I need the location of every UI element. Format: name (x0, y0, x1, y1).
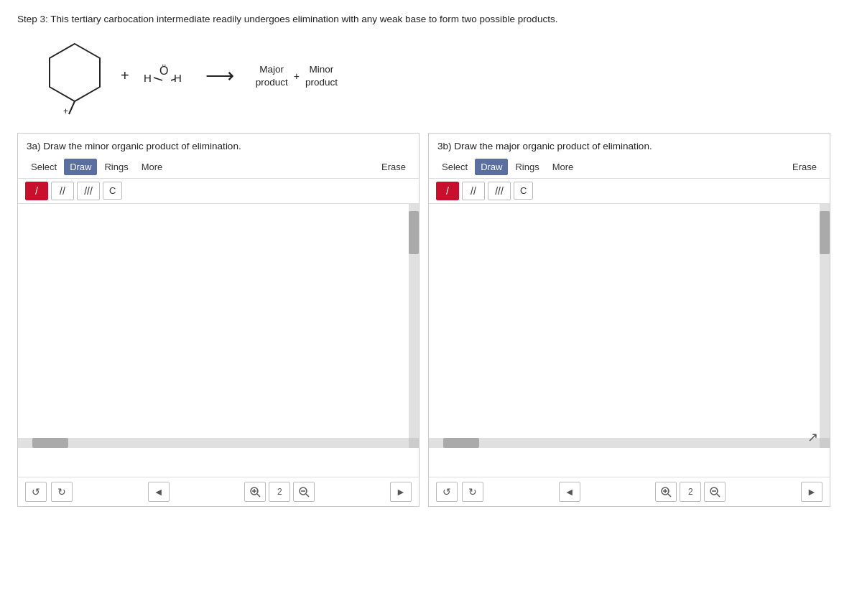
reaction-arrow: ⟶ (205, 64, 234, 88)
right-scroll-thumb-v[interactable] (820, 211, 830, 254)
right-resize-handle[interactable] (820, 438, 830, 448)
right-draw-area[interactable]: ↗ (429, 204, 830, 477)
left-single-bond-btn[interactable]: / (25, 182, 48, 200)
left-zoom-reset-btn[interactable]: 2 (269, 482, 290, 502)
left-triple-bond-btn[interactable]: /// (77, 182, 100, 200)
left-toolbar: Select Draw Rings More Erase (18, 156, 419, 179)
right-zoom-in-btn[interactable] (655, 482, 677, 502)
right-element-btn[interactable]: C (514, 182, 533, 200)
left-element-btn[interactable]: C (103, 182, 122, 200)
plus-sign-1: + (121, 67, 129, 84)
left-draw-panel: 3a) Draw the minor organic product of el… (17, 133, 420, 507)
right-erase-btn[interactable]: Erase (787, 159, 822, 175)
water-molecule: Ö H H (139, 55, 190, 98)
svg-line-20 (717, 494, 720, 497)
right-redo-btn[interactable]: ↻ (462, 482, 483, 502)
left-zoom-in-btn[interactable] (244, 482, 266, 502)
svg-text:H: H (144, 72, 152, 84)
left-redo-btn[interactable]: ↻ (51, 482, 73, 502)
products-labels: Major product + Minor product (250, 63, 343, 88)
right-single-bond-btn[interactable]: / (436, 182, 459, 200)
cyclohexane-molecule: + (39, 37, 111, 116)
panels-row: 3a) Draw the minor organic product of el… (17, 133, 845, 507)
left-footer-right: 2 (244, 482, 315, 502)
left-resize-handle[interactable] (409, 438, 419, 448)
left-erase-btn[interactable]: Erase (376, 159, 412, 175)
right-nav-right-btn[interactable]: ► (801, 482, 822, 502)
right-zoom-reset-btn[interactable]: 2 (680, 482, 701, 502)
major-product-label2: product (256, 76, 288, 89)
plus-sign-2: + (294, 70, 300, 82)
left-scroll-bar-h[interactable] (18, 438, 409, 448)
left-draw-area[interactable] (18, 204, 419, 477)
left-select-btn[interactable]: Select (25, 159, 62, 175)
right-double-bond-btn[interactable]: // (462, 182, 485, 200)
left-undo-btn[interactable]: ↺ (25, 482, 47, 502)
svg-marker-0 (50, 44, 100, 101)
right-bond-toolbar: / // /// C (429, 179, 830, 204)
svg-text:H: H (174, 72, 182, 84)
svg-line-1 (69, 101, 75, 114)
left-scroll-bar-v[interactable] (409, 204, 419, 448)
left-panel-title: 3a) Draw the minor organic product of el… (18, 134, 419, 156)
svg-line-16 (668, 494, 671, 497)
right-scroll-bar-h[interactable] (429, 438, 820, 448)
right-panel-title: 3b) Draw the major organic product of el… (429, 134, 830, 156)
svg-line-9 (257, 494, 260, 497)
reaction-row: + + Ö H H ⟶ Major product (17, 37, 845, 116)
left-footer-left: ↺ ↻ (25, 482, 73, 502)
left-draw-btn[interactable]: Draw (64, 159, 97, 175)
left-nav-right-btn[interactable]: ► (390, 482, 412, 502)
svg-text:+: + (63, 106, 68, 116)
step-text: Step 3: This tertiary carbocation interm… (17, 13, 845, 27)
minor-product-label2: product (305, 76, 338, 89)
right-undo-btn[interactable]: ↺ (436, 482, 458, 502)
minor-product-label: Minor (310, 63, 334, 76)
left-more-btn[interactable]: More (136, 159, 169, 175)
left-rings-btn[interactable]: Rings (98, 159, 134, 175)
right-footer-right: 2 (655, 482, 726, 502)
right-draw-panel: 3b) Draw the major organic product of el… (428, 133, 830, 507)
left-double-bond-btn[interactable]: // (51, 182, 74, 200)
right-triple-bond-btn[interactable]: /// (488, 182, 511, 200)
right-toolbar: Select Draw Rings More Erase (429, 156, 830, 179)
left-bond-toolbar: / // /// C (18, 179, 419, 204)
left-zoom-out-btn[interactable] (293, 482, 315, 502)
svg-text:Ö: Ö (159, 65, 168, 77)
right-scroll-thumb-h[interactable] (443, 438, 479, 448)
right-draw-btn[interactable]: Draw (475, 159, 508, 175)
major-product-label: Major (259, 63, 284, 76)
left-nav-left-btn[interactable]: ◄ (148, 482, 170, 502)
left-scroll-thumb-h[interactable] (32, 438, 68, 448)
right-nav-left-btn[interactable]: ◄ (559, 482, 580, 502)
left-panel-footer: ↺ ↻ ◄ 2 ► (18, 477, 419, 506)
left-scroll-thumb-v[interactable] (409, 211, 419, 254)
right-scroll-bar-v[interactable] (820, 204, 830, 448)
right-footer-left: ↺ ↻ (436, 482, 483, 502)
svg-line-6 (154, 78, 162, 80)
right-zoom-out-btn[interactable] (704, 482, 726, 502)
right-select-btn[interactable]: Select (436, 159, 473, 175)
right-rings-btn[interactable]: Rings (509, 159, 544, 175)
right-panel-footer: ↺ ↻ ◄ 2 ► (429, 477, 830, 506)
svg-line-13 (306, 494, 309, 497)
right-more-btn[interactable]: More (547, 159, 580, 175)
